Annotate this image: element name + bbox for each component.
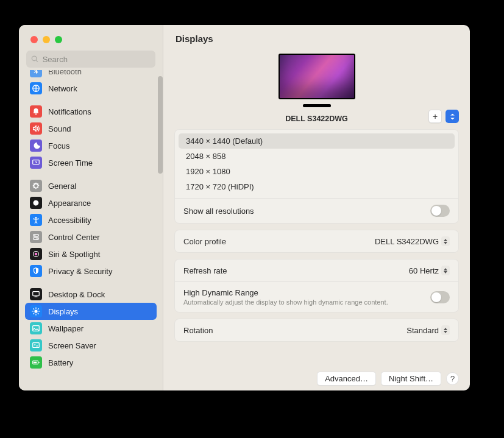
sidebar-item-label: Network — [48, 84, 77, 93]
refresh-rate-popup[interactable]: 60 Hertz — [409, 266, 450, 275]
svg-rect-19 — [34, 362, 37, 364]
sidebar-item-label: Battery — [48, 358, 73, 367]
close-button[interactable] — [30, 36, 38, 43]
resolution-panel: 3440 × 1440 (Default)2048 × 8581920 × 10… — [174, 129, 459, 224]
svg-point-16 — [37, 345, 38, 347]
arrange-button[interactable] — [445, 110, 459, 123]
sidebar-item-bluetooth[interactable]: Bluetooth — [25, 70, 87, 80]
resolution-option[interactable]: 3440 × 1440 (Default) — [179, 133, 455, 149]
sidebar-item-label: Screen Saver — [48, 341, 96, 350]
wallpaper-icon — [30, 322, 42, 334]
sidebar-item-label: Desktop & Dock — [48, 290, 105, 299]
sidebar-item-label: Focus — [48, 141, 69, 150]
sidebar-item-label: Displays — [48, 307, 78, 316]
sidebar-item-screen-saver[interactable]: Screen Saver — [25, 337, 157, 354]
appearance-icon — [30, 197, 42, 209]
help-button[interactable]: ? — [446, 372, 459, 385]
sidebar-scroll[interactable]: Bluetooth Network NotificationsSoundFocu… — [19, 70, 163, 390]
svg-point-5 — [34, 235, 35, 236]
screen-time-icon — [30, 157, 42, 169]
sidebar-item-general[interactable]: General — [25, 177, 157, 194]
sidebar-item-sound[interactable]: Sound — [25, 120, 157, 137]
sidebar-item-label: Privacy & Security — [48, 267, 112, 276]
svg-rect-11 — [34, 297, 37, 297]
sidebar-item-wallpaper[interactable]: Wallpaper — [25, 320, 157, 337]
sidebar-item-battery[interactable]: Battery — [25, 354, 157, 371]
svg-rect-6 — [34, 238, 39, 240]
monitor-icon[interactable] — [279, 54, 355, 99]
rotation-popup[interactable]: Standard — [406, 325, 450, 335]
sidebar-item-notifications[interactable]: Notifications — [25, 103, 157, 120]
minimize-button[interactable] — [43, 36, 50, 43]
footer-actions: Advanced… Night Shift… ? — [163, 369, 470, 390]
system-settings-window: Bluetooth Network NotificationsSoundFocu… — [19, 25, 470, 390]
updown-icon — [441, 236, 450, 246]
sidebar-item-label: General — [48, 182, 76, 191]
svg-rect-10 — [33, 292, 40, 296]
sidebar-item-accessibility[interactable]: Accessibility — [25, 211, 157, 228]
updown-icon — [441, 325, 450, 335]
hdr-label: High Dynamic Range — [183, 288, 388, 297]
sidebar-item-label: Bluetooth — [48, 70, 82, 76]
advanced-button[interactable]: Advanced… — [317, 372, 376, 386]
scrollbar-thumb[interactable] — [158, 76, 163, 174]
show-all-resolutions-label: Show all resolutions — [183, 207, 254, 216]
sidebar-item-focus[interactable]: Focus — [25, 137, 157, 154]
svg-point-9 — [35, 253, 37, 255]
resolution-option[interactable]: 1920 × 1080 — [179, 164, 455, 179]
sidebar-item-desktop-dock[interactable]: Desktop & Dock — [25, 286, 157, 303]
sidebar-item-label: Control Center — [48, 233, 100, 242]
desktop-dock-icon — [30, 288, 42, 300]
sidebar-item-label: Appearance — [48, 199, 91, 208]
sidebar-item-control-center[interactable]: Control Center — [25, 228, 157, 245]
svg-point-3 — [35, 217, 37, 219]
sidebar-item-screen-time[interactable]: Screen Time — [25, 154, 157, 171]
bluetooth-icon — [30, 70, 42, 77]
notifications-icon — [30, 105, 42, 118]
sidebar-item-label: Notifications — [48, 107, 91, 116]
search-field[interactable] — [26, 51, 155, 68]
resolution-option[interactable]: 2048 × 858 — [179, 149, 455, 164]
zoom-button[interactable] — [55, 36, 62, 43]
svg-point-12 — [34, 309, 37, 313]
svg-rect-4 — [34, 235, 39, 237]
window-controls — [19, 25, 163, 43]
resolution-option[interactable]: 1720 × 720 (HiDPI) — [179, 179, 455, 194]
night-shift-button[interactable]: Night Shift… — [381, 372, 441, 386]
show-all-resolutions-toggle[interactable] — [430, 205, 450, 217]
display-preview: DELL S3422DWG + — [174, 54, 459, 123]
screen-saver-icon — [30, 339, 42, 351]
color-profile-popup[interactable]: DELL S3422DWG — [375, 236, 450, 246]
page-title: Displays — [163, 25, 470, 50]
battery-icon — [30, 356, 42, 369]
color-profile-label: Color profile — [183, 237, 226, 246]
hdr-toggle[interactable] — [430, 291, 450, 303]
network-icon — [30, 82, 42, 94]
sidebar-item-label: Sound — [48, 124, 71, 133]
siri-spotlight-icon — [30, 248, 42, 260]
sidebar: Bluetooth Network NotificationsSoundFocu… — [19, 25, 163, 390]
sidebar-item-label: Siri & Spotlight — [48, 250, 100, 259]
monitor-name: DELL S3422DWG — [285, 115, 348, 123]
refresh-rate-label: Refresh rate — [183, 266, 227, 275]
svg-point-15 — [34, 344, 35, 345]
accessibility-icon — [30, 214, 42, 226]
control-center-icon — [30, 231, 42, 243]
general-icon — [30, 180, 42, 192]
svg-point-7 — [37, 238, 38, 239]
svg-rect-14 — [33, 343, 40, 348]
search-icon — [31, 55, 39, 63]
sidebar-item-appearance[interactable]: Appearance — [25, 194, 157, 211]
sidebar-item-network[interactable]: Network — [25, 80, 157, 97]
updown-icon — [441, 266, 450, 275]
privacy-security-icon — [30, 265, 42, 277]
search-input[interactable] — [43, 55, 151, 64]
sound-icon — [30, 122, 42, 135]
focus-icon — [30, 140, 42, 152]
sidebar-item-label: Accessibility — [48, 216, 91, 225]
add-display-button[interactable]: + — [428, 110, 442, 123]
sidebar-item-siri-spotlight[interactable]: Siri & Spotlight — [25, 245, 157, 263]
sidebar-item-label: Screen Time — [48, 158, 93, 168]
sidebar-item-displays[interactable]: Displays — [25, 303, 157, 320]
sidebar-item-privacy-security[interactable]: Privacy & Security — [25, 263, 157, 280]
